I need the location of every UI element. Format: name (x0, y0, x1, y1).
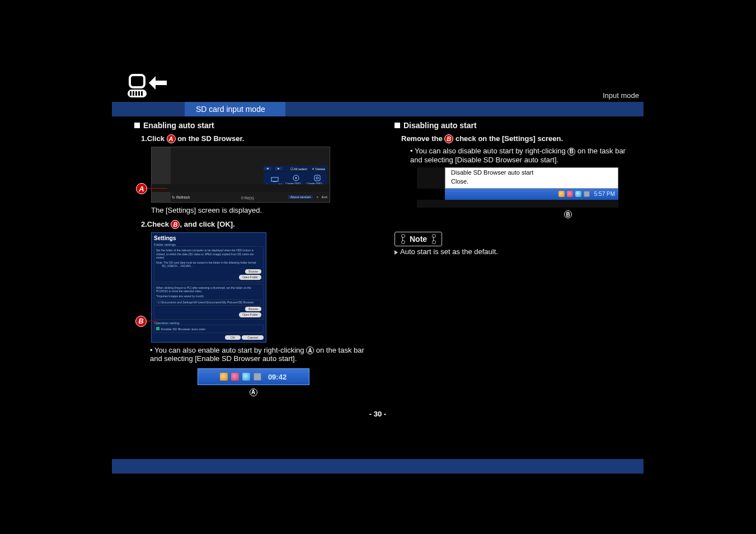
tray-icon-3[interactable] (242, 373, 250, 381)
taskbar-tray: 09:42 (198, 368, 309, 385)
marker-a-black-2: A (250, 388, 257, 396)
tray-icon-1[interactable] (220, 373, 228, 381)
caption-1: The [Settings] screen is displayed. (151, 206, 372, 214)
step2-suffix: , and click [OK]. (180, 220, 234, 228)
content: Enabling auto start 1.Click A on the SD … (112, 116, 644, 402)
path-field[interactable]: C:\\Documents and Settings\\All Users\\D… (156, 299, 261, 306)
tray-time: 09:42 (268, 373, 287, 381)
file-count: 0 file(s) (241, 196, 254, 200)
marker-a-red: A (167, 134, 176, 143)
tray-icon-2[interactable] (231, 373, 239, 381)
taskbar-tray-2: 5:57 PM (445, 189, 618, 200)
marker-b-black: B (567, 148, 575, 156)
browse-button[interactable]: Browse (245, 269, 261, 274)
figure-settings: Settings Folder settings Set the folder … (151, 232, 372, 343)
svg-rect-2 (130, 91, 132, 96)
sd-browser-screenshot: ◄► ☑ All select ✕ Delete Import to PC Cr… (151, 147, 330, 203)
svg-rect-5 (138, 91, 140, 96)
tray-icon-3b[interactable] (575, 191, 581, 197)
figure-context-menu: Disable SD Browser auto start Close. 5:5… (417, 167, 618, 219)
enable-heading-text: Enabling auto start (143, 121, 214, 130)
page: Input mode SD card input mode Enabling a… (112, 73, 644, 418)
step1-prefix: 1.Click (141, 134, 167, 143)
context-menu: Disable SD Browser auto start Close. (445, 167, 618, 189)
triangle-icon (395, 250, 398, 255)
settings-dialog: Settings Folder settings Set the folder … (151, 232, 266, 343)
svg-rect-4 (135, 91, 137, 96)
page-number: - 30 - (112, 410, 644, 418)
operation-group: Enable SD Browser auto start (154, 325, 264, 333)
step-2: 2.Check B, and click [OK]. (141, 220, 372, 229)
header-area: Input mode (185, 91, 644, 102)
callout-b: B (135, 316, 147, 327)
svg-rect-11 (314, 175, 320, 181)
svg-point-10 (295, 177, 297, 179)
enable-note: • You can also enable auto start by righ… (150, 346, 372, 363)
enable-heading: Enabling auto start (134, 121, 372, 130)
marker-b-black-2: B (564, 210, 572, 218)
section-title: SD card input mode (185, 102, 285, 116)
disable-step-suffix: check on the [Settings] screen. (453, 134, 563, 143)
sd-arrow-icon (126, 73, 170, 101)
folder-group-1: Set the folder of the relevant computer … (154, 246, 264, 282)
note-box: Note (395, 232, 442, 246)
marker-b-red: B (171, 220, 180, 229)
exit-label: Exit (322, 195, 327, 199)
disable-step: Remove the B check on the [Settings] scr… (401, 134, 632, 143)
browse-button-2[interactable]: Browse (245, 307, 261, 312)
step2-prefix: 2.Check (141, 220, 171, 228)
svg-rect-8 (273, 181, 276, 182)
hinge-icon-right (429, 233, 438, 245)
input-mode-label: Input mode (185, 91, 644, 102)
svg-rect-6 (141, 91, 143, 96)
refresh-label: ↻ Refresh (172, 195, 190, 200)
menu-close-item[interactable]: Close. (445, 177, 618, 186)
cancel-button[interactable]: Cancel (242, 335, 264, 340)
tray-icon-4b[interactable] (584, 191, 590, 197)
open-folder-button-2[interactable]: Open Folder (239, 312, 261, 317)
svg-rect-7 (271, 177, 278, 181)
step1-suffix: on the SD Browser. (176, 134, 245, 143)
tray-icon-1b[interactable] (558, 191, 565, 197)
callout-a: A (136, 183, 147, 194)
auto-start-checkbox[interactable] (156, 327, 159, 330)
figure-browser: ◄► ☑ All select ✕ Delete Import to PC Cr… (151, 147, 372, 203)
note-label: Note (407, 235, 429, 243)
version-label: About version (288, 195, 313, 199)
marker-a-black: A (306, 346, 314, 354)
svg-point-12 (316, 177, 318, 179)
disable-step-prefix: Remove the (401, 134, 444, 143)
settings-title: Settings (154, 235, 264, 241)
note-text: Auto start is set as the default. (395, 247, 632, 256)
browser-top-row: ◄► ☑ All select ✕ Delete (264, 166, 327, 171)
auto-start-label: Enable SD Browser auto start (161, 327, 205, 331)
right-column: Disabling auto start Remove the B check … (395, 121, 632, 402)
marker-b-red-2: B (444, 134, 453, 143)
tray-time-2: 5:57 PM (594, 191, 615, 197)
disable-heading-text: Disabling auto start (403, 121, 477, 130)
tray-icon-4[interactable] (253, 373, 261, 381)
delete-label: Delete (316, 167, 325, 171)
note-block: Note Auto start is set as the default. (395, 222, 632, 256)
tray-icon-2b[interactable] (567, 191, 573, 197)
svg-rect-0 (130, 75, 144, 87)
browser-bottom-row: About version × Exit (264, 194, 327, 200)
menu-disable-item[interactable]: Disable SD Browser auto start (445, 168, 618, 177)
disable-note: • You can also disable auto start by rig… (410, 147, 632, 164)
svg-rect-3 (133, 91, 134, 96)
left-column: Enabling auto start 1.Click A on the SD … (134, 121, 372, 402)
figure-tray-1: 09:42 A (198, 368, 309, 396)
hinge-icon-left (398, 233, 407, 245)
disable-heading: Disabling auto start (395, 121, 632, 130)
ok-button[interactable]: OK (225, 335, 241, 340)
open-folder-button[interactable]: Open Folder (239, 275, 261, 280)
all-select-label: All select (294, 167, 307, 171)
top-row: Input mode (112, 73, 644, 102)
step-1: 1.Click A on the SD Browser. (141, 134, 372, 143)
title-band: SD card input mode (112, 102, 644, 116)
footer-band (112, 459, 644, 474)
folder-group-2: When clicking [Import to PC] after selec… (154, 284, 264, 320)
logo-area (112, 73, 185, 102)
